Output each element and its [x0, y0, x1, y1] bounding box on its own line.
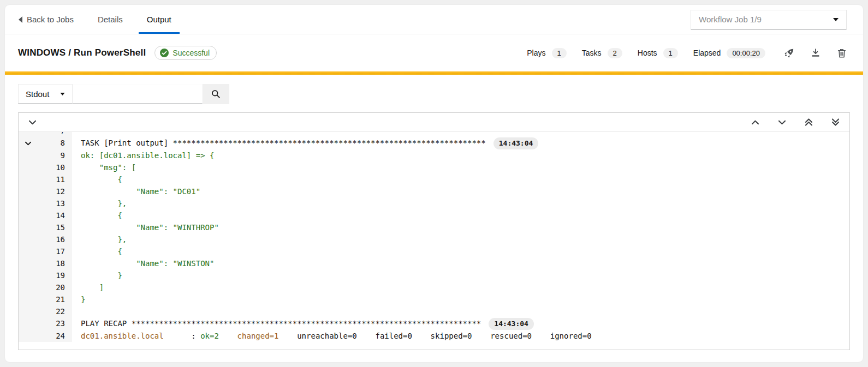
- line-number: 14: [37, 209, 72, 221]
- stdout-filter-value: Stdout: [26, 89, 49, 99]
- workflow-job-select[interactable]: Workflow Job 1/9: [691, 10, 847, 29]
- console-line: 9ok: [dc01.ansible.local] => {: [19, 149, 849, 161]
- search-input[interactable]: [73, 84, 203, 104]
- console-line: 17 {: [19, 245, 849, 257]
- tab-bar: Back to Jobs Details Output Workflow Job…: [5, 5, 863, 34]
- job-stat: Plays1: [527, 48, 566, 58]
- line-expand-spacer: [19, 293, 37, 305]
- line-number: 10: [37, 161, 72, 173]
- line-expand-spacer: [19, 209, 37, 221]
- line-expand-spacer: [19, 173, 37, 185]
- line-content: },: [72, 233, 849, 245]
- collapse-output-toggle[interactable]: [29, 120, 36, 125]
- line-expand-spacer: [19, 197, 37, 209]
- line-expand-spacer: [19, 281, 37, 293]
- tab-details-label: Details: [98, 15, 123, 24]
- console-line: 12 "Name": "DC01": [19, 185, 849, 197]
- console-line: 19 }: [19, 269, 849, 281]
- angle-down-icon: [778, 120, 786, 125]
- tab-output[interactable]: Output: [147, 5, 171, 34]
- line-number: 17: [37, 245, 72, 257]
- line-number: 18: [37, 257, 72, 269]
- console-lines: 78TASK [Print output] ******************…: [19, 132, 849, 350]
- scroll-top-button[interactable]: [805, 118, 812, 126]
- page-title: WINDOWS / Run PowerShell: [18, 47, 146, 58]
- console-line: 21}: [19, 293, 849, 305]
- tab-details[interactable]: Details: [98, 5, 123, 34]
- line-content: "Name": "DC01": [72, 185, 849, 197]
- line-expand-spacer: [19, 257, 37, 269]
- line-expand-spacer: [19, 245, 37, 257]
- caret-down-icon: [833, 18, 839, 21]
- download-output-button[interactable]: [811, 48, 821, 58]
- scroll-previous-button[interactable]: [752, 120, 759, 125]
- line-expand-spacer: [19, 185, 37, 197]
- line-content: },: [72, 197, 849, 209]
- line-number: 13: [37, 197, 72, 209]
- line-number: 19: [37, 269, 72, 281]
- check-circle-icon: [160, 49, 169, 57]
- stat-label: Plays: [527, 49, 545, 57]
- line-number: 22: [37, 305, 72, 317]
- scroll-bottom-button[interactable]: [832, 118, 839, 126]
- angle-double-up-icon: [805, 118, 812, 126]
- line-expand-spacer: [19, 330, 37, 342]
- line-content: {: [72, 245, 849, 257]
- stdout-filter-select[interactable]: Stdout: [18, 84, 73, 104]
- trash-icon: [837, 48, 847, 58]
- relaunch-button[interactable]: [784, 48, 794, 58]
- console-line: 18 "Name": "WINSTON": [19, 257, 849, 269]
- line-content: "msg": [: [72, 161, 849, 173]
- line-content: PLAY RECAP *****************************…: [72, 317, 849, 330]
- line-number: 8: [37, 137, 72, 149]
- console-line: 13 },: [19, 197, 849, 209]
- console-line: 20 ]: [19, 281, 849, 293]
- line-expand-spacer: [19, 317, 37, 330]
- back-to-jobs-link[interactable]: Back to Jobs: [18, 5, 74, 34]
- line-number: 23: [37, 317, 72, 330]
- timestamp-badge: 14:43:04: [489, 318, 534, 330]
- stat-value-badge: 1: [552, 48, 567, 58]
- console-line: 8TASK [Print output] *******************…: [19, 137, 849, 149]
- line-number: 15: [37, 221, 72, 233]
- workflow-job-select-value: Workflow Job 1/9: [699, 15, 762, 24]
- line-number: 20: [37, 281, 72, 293]
- caret-down-icon: [60, 93, 65, 95]
- line-content: "Name": "WINTHROP": [72, 221, 849, 233]
- stat-value-badge: 2: [608, 48, 622, 58]
- line-content: {: [72, 173, 849, 185]
- scroll-next-button[interactable]: [778, 120, 786, 125]
- stat-label: Elapsed: [693, 49, 721, 57]
- angle-down-icon: [29, 120, 36, 125]
- delete-job-button[interactable]: [837, 48, 847, 58]
- line-number: 9: [37, 149, 72, 161]
- angle-up-icon: [752, 120, 759, 125]
- line-content: "Name": "WINSTON": [72, 257, 849, 269]
- line-content: TASK [Print output] ********************…: [72, 137, 849, 149]
- output-toolbar: Stdout: [5, 75, 863, 112]
- status-badge[interactable]: Successful: [154, 46, 217, 60]
- job-stat: Elapsed00:00:20: [693, 48, 765, 58]
- job-stat: Tasks2: [582, 48, 622, 58]
- line-content: [72, 305, 849, 317]
- job-stats: Plays1Tasks2Hosts1Elapsed00:00:20: [527, 48, 765, 58]
- search-button[interactable]: [203, 84, 229, 104]
- line-number: 24: [37, 330, 72, 342]
- tab-output-label: Output: [147, 15, 171, 24]
- line-expand-spacer: [19, 221, 37, 233]
- console-line: 24dc01.ansible.local : ok=2 changed=1 un…: [19, 330, 849, 342]
- console-line: 15 "Name": "WINTHROP": [19, 221, 849, 233]
- output-panel-header: [19, 113, 849, 132]
- rocket-icon: [784, 48, 794, 58]
- job-header: WINDOWS / Run PowerShell Successful Play…: [5, 34, 863, 71]
- line-expand-spacer: [19, 132, 37, 137]
- line-content: [72, 132, 849, 137]
- line-number: 21: [37, 293, 72, 305]
- stat-value-badge: 1: [663, 48, 678, 58]
- console-line: 7: [19, 132, 849, 137]
- line-content: }: [72, 269, 849, 281]
- job-output-card: Back to Jobs Details Output Workflow Job…: [4, 4, 864, 363]
- console-line: 23PLAY RECAP ***************************…: [19, 317, 849, 330]
- line-expand-toggle[interactable]: [19, 137, 37, 149]
- line-expand-spacer: [19, 305, 37, 317]
